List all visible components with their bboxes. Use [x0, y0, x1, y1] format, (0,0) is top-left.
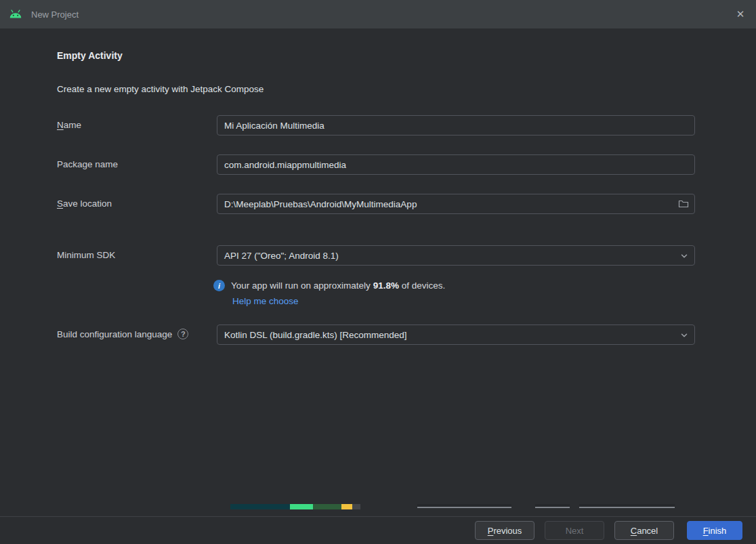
- previous-button-rest: revious: [493, 526, 522, 536]
- finish-button[interactable]: Finish: [687, 521, 742, 540]
- previous-button[interactable]: Previous: [475, 521, 534, 540]
- build-config-value: Kotlin DSL (build.gradle.kts) [Recommend…: [224, 330, 407, 340]
- name-label-mnemonic: N: [57, 120, 64, 130]
- minimum-sdk-select[interactable]: API 27 ("Oreo"; Android 8.1): [217, 245, 695, 266]
- save-location-field: [217, 194, 695, 214]
- save-location-label-mnemonic: S: [57, 198, 63, 209]
- previous-button-mnemonic: P: [488, 526, 494, 536]
- chevron-down-icon: [679, 331, 689, 342]
- cancel-button[interactable]: Cancel: [614, 521, 674, 540]
- window-titlebar[interactable]: New Project ✕: [0, 0, 756, 28]
- build-config-select[interactable]: Kotlin DSL (build.gradle.kts) [Recommend…: [217, 325, 695, 345]
- cancel-button-mnemonic: C: [631, 526, 637, 536]
- info-icon: i: [213, 280, 225, 291]
- page-subtitle: Create a new empty activity with Jetpack…: [57, 84, 264, 94]
- name-input[interactable]: [217, 115, 695, 135]
- preview-strip-segment: [535, 504, 570, 508]
- preview-strip-segment: [313, 504, 341, 509]
- save-location-input[interactable]: [217, 194, 695, 214]
- minimum-sdk-value: API 27 ("Oreo"; Android 8.1): [224, 251, 339, 261]
- finish-button-mnemonic: F: [703, 526, 709, 536]
- help-question-icon[interactable]: ?: [177, 329, 188, 339]
- browse-folder-icon[interactable]: [677, 198, 690, 209]
- android-icon: [8, 9, 23, 20]
- dialog-button-bar: Previous Next Cancel Finish: [0, 516, 756, 544]
- sdk-coverage-text-pre: Your app will run on approximately: [231, 280, 373, 291]
- preview-strip-segment: [417, 504, 511, 508]
- sdk-coverage-text-post: of devices.: [399, 280, 445, 291]
- chevron-down-icon: [679, 251, 689, 263]
- help-me-choose-link[interactable]: Help me choose: [232, 296, 299, 306]
- preview-strip-segment: [290, 504, 313, 509]
- build-config-label: Build configuration language: [57, 329, 172, 339]
- save-location-label: Save location: [57, 198, 112, 209]
- cancel-button-rest: ancel: [637, 526, 658, 536]
- name-label-rest: ame: [64, 120, 81, 130]
- minimum-sdk-label: Minimum SDK: [57, 250, 115, 260]
- preview-strip: [0, 504, 756, 510]
- close-icon[interactable]: ✕: [725, 0, 756, 28]
- sdk-coverage-text: Your app will run on approximately 91.8%…: [231, 280, 445, 291]
- package-name-input[interactable]: [217, 154, 695, 175]
- sdk-coverage-percent: 91.8%: [373, 280, 399, 291]
- finish-button-rest: inish: [709, 526, 727, 536]
- sdk-coverage-info: i Your app will run on approximately 91.…: [213, 280, 445, 291]
- save-location-label-rest: ave location: [63, 198, 112, 209]
- window-title: New Project: [31, 9, 79, 20]
- name-label: Name: [57, 120, 81, 130]
- package-name-label: Package name: [57, 159, 118, 169]
- preview-strip-segment: [579, 504, 675, 508]
- preview-strip-segment: [341, 504, 352, 509]
- next-button: Next: [545, 521, 604, 540]
- build-config-label-row: Build configuration language ?: [57, 329, 188, 339]
- page-title: Empty Activity: [57, 50, 123, 61]
- preview-strip-segment: [352, 504, 360, 509]
- preview-strip-segment: [230, 504, 290, 509]
